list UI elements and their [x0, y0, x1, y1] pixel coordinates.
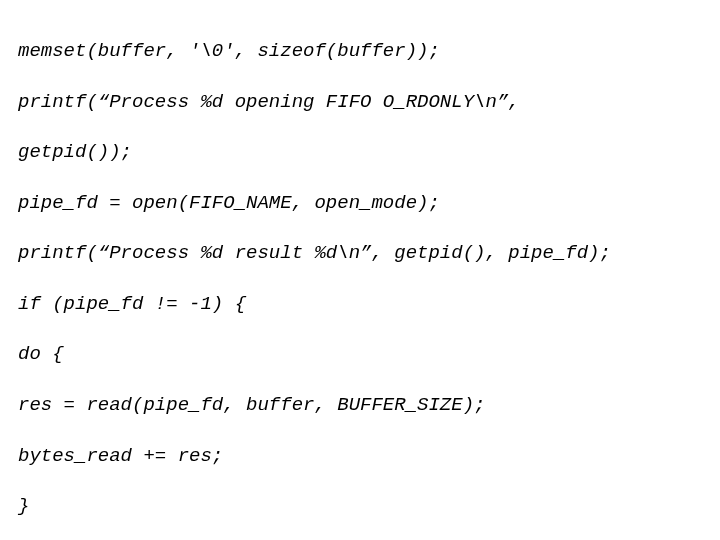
- code-line: memset(buffer, '\0', sizeof(buffer));: [18, 39, 702, 64]
- code-line: res = read(pipe_fd, buffer, BUFFER_SIZE)…: [18, 393, 702, 418]
- code-line: }: [18, 494, 702, 519]
- code-line: if (pipe_fd != -1) {: [18, 292, 702, 317]
- code-line: printf(“Process %d opening FIFO O_RDONLY…: [18, 90, 702, 115]
- code-line: bytes_read += res;: [18, 444, 702, 469]
- code-block: memset(buffer, '\0', sizeof(buffer)); pr…: [0, 0, 720, 540]
- code-line: printf(“Process %d result %d\n”, getpid(…: [18, 241, 702, 266]
- code-line: do {: [18, 342, 702, 367]
- code-line: getpid());: [18, 140, 702, 165]
- code-line: pipe_fd = open(FIFO_NAME, open_mode);: [18, 191, 702, 216]
